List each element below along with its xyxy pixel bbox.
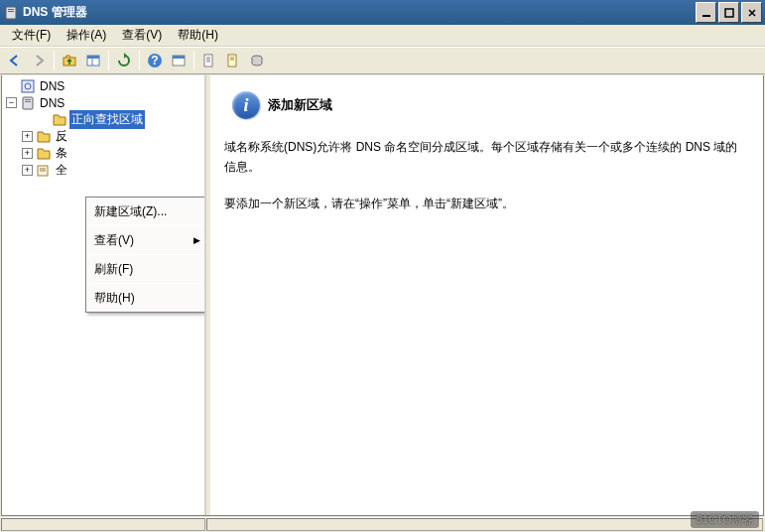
info-icon: i — [232, 91, 260, 119]
ctx-label: 刷新(F) — [94, 261, 133, 278]
ctx-label: 查看(V) — [94, 232, 134, 249]
svg-rect-2 — [8, 11, 14, 12]
ctx-separator — [89, 225, 206, 226]
menu-action[interactable]: 操作(A) — [59, 25, 114, 46]
ctx-help[interactable]: 帮助(H) — [88, 286, 206, 310]
content-title: 添加新区域 — [268, 96, 332, 114]
forward-button[interactable] — [28, 50, 50, 71]
status-pane-right — [206, 518, 763, 531]
ctx-new-zone[interactable]: 新建区域(Z)... — [88, 200, 206, 223]
tree-item-conditional-forwarders[interactable]: + 条 — [2, 145, 204, 162]
status-pane-left — [1, 518, 205, 531]
content-paragraph: 域名称系统(DNS)允许将 DNS 命名空间分成区域。每个区域存储有关一个或多个… — [224, 137, 749, 178]
maximize-button[interactable] — [718, 2, 739, 23]
ctx-separator — [89, 283, 206, 284]
svg-rect-7 — [87, 56, 99, 59]
tree-item-label: 正向查找区域 — [69, 110, 145, 129]
tree-item-forward-lookup[interactable]: 正向查找区域 — [2, 111, 204, 128]
svg-rect-4 — [725, 9, 733, 17]
expand-icon[interactable]: + — [22, 165, 33, 176]
status-bar — [1, 517, 764, 531]
app-icon — [3, 5, 19, 21]
tree-pane: DNS − DNS 正向查找区域 + 反 + 条 + 全 — [2, 75, 206, 515]
svg-rect-1 — [8, 9, 14, 10]
svg-rect-25 — [25, 101, 31, 102]
ctx-view[interactable]: 查看(V)▶ — [88, 228, 206, 252]
content-pane: i 添加新区域 域名称系统(DNS)允许将 DNS 命名空间分成区域。每个区域存… — [210, 75, 763, 515]
up-folder-button[interactable] — [59, 50, 80, 71]
expand-icon[interactable]: + — [22, 148, 33, 159]
ctx-label: 新建区域(Z)... — [94, 203, 167, 220]
tree-item-label: 全 — [54, 161, 69, 180]
server-icon — [20, 96, 36, 110]
help-button[interactable]: ? — [144, 50, 166, 71]
tool-icon-1[interactable] — [198, 50, 220, 71]
minimize-button[interactable] — [696, 2, 716, 23]
svg-rect-21 — [22, 80, 34, 92]
svg-rect-17 — [228, 55, 236, 66]
svg-text:?: ? — [151, 54, 158, 67]
submenu-arrow-icon: ▶ — [193, 235, 200, 245]
collapse-icon[interactable]: − — [6, 97, 17, 108]
back-button[interactable] — [4, 50, 26, 71]
tool-icon-2[interactable] — [222, 50, 244, 71]
show-hide-tree-button[interactable] — [82, 50, 104, 71]
ctx-separator — [89, 254, 206, 255]
log-folder-icon — [36, 164, 52, 178]
ctx-label: 帮助(H) — [94, 290, 135, 307]
tree-server-label: DNS — [38, 95, 66, 111]
close-button[interactable] — [741, 2, 762, 23]
svg-rect-12 — [173, 56, 185, 59]
folder-icon — [52, 113, 67, 127]
properties-button[interactable] — [168, 50, 190, 71]
menu-file[interactable]: 文件(F) — [4, 25, 59, 46]
window-title: DNS 管理器 — [23, 4, 696, 21]
folder-icon — [36, 147, 52, 161]
title-bar: DNS 管理器 — [0, 0, 765, 25]
context-menu: 新建区域(Z)... 查看(V)▶ 刷新(F) 帮助(H) — [85, 197, 206, 313]
folder-icon — [36, 130, 52, 144]
toolbar: ? — [0, 47, 765, 74]
refresh-button[interactable] — [113, 50, 135, 71]
ctx-refresh[interactable]: 刷新(F) — [88, 257, 206, 281]
content-paragraph: 要添加一个新区域，请在“操作”菜单，单击“新建区域”。 — [224, 194, 749, 213]
tree-item-reverse-lookup[interactable]: + 反 — [2, 128, 204, 145]
tree-item-global-logs[interactable]: + 全 — [2, 162, 204, 179]
tree-root[interactable]: DNS — [2, 77, 204, 94]
menu-view[interactable]: 查看(V) — [114, 25, 170, 46]
svg-rect-3 — [702, 15, 710, 17]
svg-rect-24 — [25, 99, 31, 100]
expand-icon[interactable]: + — [22, 131, 33, 142]
tree-server[interactable]: − DNS — [2, 94, 204, 111]
menu-bar: 文件(F) 操作(A) 查看(V) 帮助(H) — [0, 25, 765, 47]
svg-rect-13 — [204, 55, 212, 66]
tool-icon-3[interactable] — [246, 50, 268, 71]
svg-rect-0 — [6, 7, 16, 19]
tree-root-label: DNS — [38, 78, 66, 94]
dns-root-icon — [20, 79, 36, 93]
svg-rect-23 — [23, 97, 33, 109]
menu-help[interactable]: 帮助(H) — [170, 25, 226, 46]
